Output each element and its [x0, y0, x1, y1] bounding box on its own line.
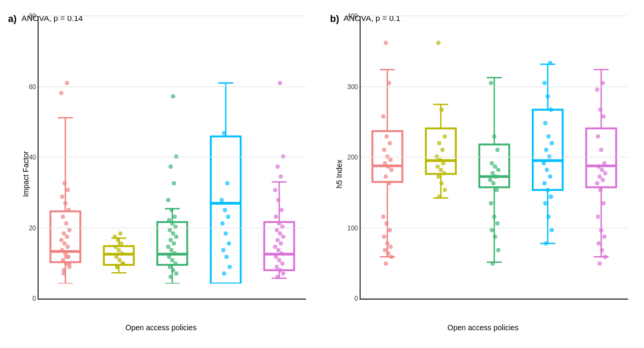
svg-point-158: [382, 148, 386, 152]
svg-point-95: [224, 231, 228, 236]
svg-point-92: [224, 255, 229, 259]
svg-point-26: [59, 91, 63, 95]
svg-point-159: [387, 141, 392, 146]
svg-point-196: [490, 228, 494, 232]
svg-point-127: [280, 208, 284, 212]
svg-point-171: [437, 194, 441, 199]
svg-point-97: [226, 215, 230, 219]
svg-point-78: [166, 198, 171, 202]
x-axis-label: Open access policies: [448, 323, 518, 332]
svg-point-194: [496, 248, 500, 252]
svg-point-249: [599, 228, 603, 232]
svg-point-255: [597, 175, 602, 179]
svg-point-219: [550, 228, 554, 232]
svg-point-141: [384, 262, 388, 266]
svg-point-262: [602, 114, 606, 119]
svg-point-172: [443, 188, 447, 192]
svg-point-144: [383, 248, 387, 252]
chart-label: a): [8, 13, 17, 25]
svg-point-43: [116, 248, 121, 252]
svg-point-155: [383, 161, 387, 165]
svg-point-47: [113, 235, 117, 239]
svg-point-27: [65, 81, 69, 85]
svg-point-126: [274, 215, 278, 219]
svg-point-179: [438, 158, 442, 162]
svg-point-232: [543, 121, 547, 125]
svg-point-62: [173, 262, 178, 266]
svg-point-112: [275, 265, 279, 269]
svg-point-235: [543, 81, 547, 85]
svg-point-48: [118, 231, 122, 236]
svg-point-120: [275, 238, 280, 242]
x-axis-label: Open access policies: [126, 323, 196, 332]
svg-point-25: [62, 181, 67, 185]
y-axis-label: h5 Index: [335, 160, 343, 189]
svg-point-176: [438, 168, 443, 172]
svg-point-174: [436, 175, 441, 179]
svg-point-75: [167, 218, 171, 222]
svg-point-114: [277, 258, 281, 262]
svg-point-44: [113, 245, 118, 249]
svg-point-50: [121, 262, 125, 266]
svg-point-177: [435, 164, 440, 169]
svg-point-148: [387, 228, 392, 232]
chart-panel-a: a)ANOVA, p = 0.14Impact FactorOpen acces…: [0, 5, 322, 343]
svg-point-234: [546, 94, 550, 98]
svg-point-12: [60, 248, 64, 252]
svg-point-116: [280, 251, 284, 256]
svg-point-145: [389, 245, 393, 249]
svg-point-153: [389, 168, 393, 172]
svg-point-49: [115, 265, 119, 269]
svg-point-119: [279, 241, 283, 245]
svg-point-69: [169, 238, 173, 242]
svg-point-129: [273, 188, 277, 192]
svg-point-257: [600, 168, 604, 172]
svg-point-261: [596, 134, 600, 139]
svg-point-13: [65, 245, 70, 249]
svg-point-250: [596, 215, 600, 219]
svg-point-183: [443, 134, 447, 139]
svg-point-245: [603, 255, 608, 259]
svg-point-256: [603, 171, 608, 176]
y-tick-label: 80: [29, 12, 36, 20]
svg-point-207: [490, 161, 494, 165]
svg-point-265: [601, 81, 605, 85]
svg-point-20: [61, 215, 65, 219]
svg-point-29: [67, 262, 71, 266]
svg-point-198: [492, 215, 496, 219]
svg-point-200: [494, 188, 499, 192]
svg-point-223: [546, 188, 550, 192]
y-tick-label: 40: [29, 154, 36, 161]
svg-point-264: [595, 88, 599, 92]
svg-point-22: [63, 201, 68, 206]
svg-point-113: [280, 262, 284, 266]
svg-point-61: [168, 265, 172, 269]
svg-point-133: [278, 81, 282, 85]
svg-point-100: [225, 181, 230, 185]
svg-point-9: [61, 258, 65, 262]
svg-point-73: [173, 224, 178, 229]
svg-point-94: [227, 241, 231, 245]
svg-point-76: [172, 215, 177, 219]
chart-panel-b: b)ANOVA, p = 0.1h5 IndexOpen access poli…: [322, 5, 644, 343]
y-tick-label: 0: [354, 295, 358, 302]
svg-point-162: [387, 81, 391, 85]
svg-point-156: [389, 158, 393, 162]
svg-point-16: [65, 235, 69, 239]
svg-point-208: [495, 148, 500, 152]
svg-point-128: [276, 198, 281, 202]
svg-rect-242: [586, 128, 616, 187]
svg-point-206: [493, 164, 497, 169]
svg-point-146: [385, 241, 390, 245]
svg-point-96: [221, 221, 225, 226]
svg-point-80: [169, 164, 173, 169]
svg-point-224: [543, 181, 547, 185]
svg-point-17: [62, 231, 66, 236]
svg-point-201: [492, 181, 496, 185]
svg-point-161: [381, 114, 385, 119]
svg-point-152: [384, 175, 388, 179]
plot-svg: HINARIGold OAGreen OADelayed OAHybrid: [39, 16, 306, 284]
svg-point-253: [595, 181, 599, 185]
svg-point-218: [544, 241, 548, 245]
svg-point-247: [597, 241, 601, 245]
